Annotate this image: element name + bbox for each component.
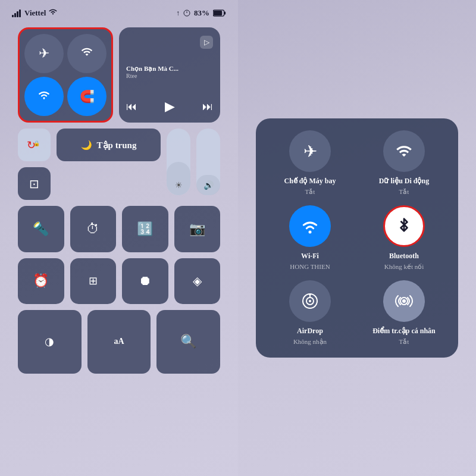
rotate-lock-icon: ↻🔒 [27,139,42,152]
airplane-icon: ✈ [39,46,49,61]
signal-bar-1 [12,15,14,17]
accessibility-button[interactable]: ◑ [18,310,82,374]
bluetooth-button[interactable]: 🧲 [67,77,107,116]
cellular-button[interactable] [67,34,107,73]
record-icon: ⏺ [139,273,152,289]
media-icon-row: ▷ [126,36,213,49]
expanded-airplane-icon: ✈ [289,130,331,172]
battery-percent: 83% [194,8,209,18]
icon-grid-row5: ◑ aA 🔍 [18,310,220,374]
icon-grid-row4: ⏰ ⊞ ⏺ ◈ [18,258,220,305]
expanded-connectivity-panel: ✈ Chế độ Máy bay Tắt Dữ liệu Di động Tắt [256,118,458,358]
calculator-button[interactable]: 🔢 [122,206,168,252]
expanded-cellular-sublabel: Tắt [399,188,409,196]
battery-icon [213,10,226,17]
left-icons-col: ↻🔒 ⊡ [18,129,51,200]
signal-bar-3 [17,11,18,17]
expanded-cellular-label: Dữ liệu Di động [379,177,429,186]
camera-icon: 📷 [189,221,205,237]
calculator-icon: 🔢 [137,221,153,237]
volume-icon: 🔊 [203,180,214,190]
alarm-button[interactable]: ⏰ [18,258,64,305]
timer-icon: ⏱ [86,221,99,237]
expanded-airdrop-button[interactable]: AirDrop Không nhận [268,280,352,346]
media-block[interactable]: ▷ Chọn Bạn Mà C... Rtee ⏮ ▶ ⏭ [119,27,220,123]
expanded-bluetooth-label: Bluetooth [389,252,419,261]
volume-slider[interactable]: 🔊 [196,129,220,195]
status-bar: Viettel ↑ 83% [0,0,238,21]
expanded-hotspot-button[interactable]: Điểm tr.cập cá nhân Tắt [362,280,446,346]
play-button[interactable]: ▶ [165,99,175,114]
brightness-slider[interactable]: ☀ [167,129,190,195]
flashlight-button[interactable]: 🔦 [18,206,64,252]
connectivity-block[interactable]: ✈ [18,27,113,123]
camera-button[interactable]: 📷 [174,206,221,252]
status-left: Viettel [12,8,58,18]
expanded-bluetooth-sublabel: Không kết nối [384,263,424,271]
expanded-bluetooth-button[interactable]: Bluetooth Không kết nối [362,205,446,271]
wifi-icon [37,89,51,104]
expanded-airplane-label: Chế độ Máy bay [284,177,336,186]
media-info: Chọn Bạn Mà C... Rtee [126,65,213,79]
signal-bars [12,10,21,17]
svg-rect-3 [214,11,222,15]
screen-mirror-button[interactable]: ⊡ [18,167,51,200]
qr-icon: ⊞ [89,274,98,287]
expanded-wifi-icon [289,205,331,247]
airplay-button[interactable]: ▷ [200,36,213,49]
carrier-label: Viettel [24,8,46,18]
search-button[interactable]: 🔍 [156,310,220,374]
icon-grid-row3: 🔦 ⏱ 🔢 📷 [18,206,220,252]
right-panel: ✈ Chế độ Máy bay Tắt Dữ liệu Di động Tắt [238,0,476,476]
expanded-airplane-sublabel: Tắt [305,188,315,196]
alarm-icon: ⏰ [33,273,49,289]
prev-button[interactable]: ⏮ [126,101,137,113]
expanded-hotspot-label: Điểm tr.cập cá nhân [372,327,436,336]
expanded-cellular-icon [383,130,425,172]
airplane-icon-symbol: ✈ [303,142,317,161]
next-button[interactable]: ⏭ [202,101,213,113]
second-row: ↻🔒 ⊡ 🌙 Tập trung ☀ [18,129,220,200]
signal-bar-4 [19,10,21,17]
text-size-icon: aA [114,337,124,346]
expanded-airplane-button[interactable]: ✈ Chế độ Máy bay Tắt [268,130,352,196]
shazam-icon: ◈ [193,274,202,288]
slider-col: ☀ [167,129,190,200]
svg-point-5 [309,231,312,234]
media-controls[interactable]: ⏮ ▶ ⏭ [126,99,213,114]
svg-point-11 [402,299,406,303]
status-right: ↑ 83% [176,8,226,18]
compass-icon [183,10,190,17]
signal-bar-2 [14,13,16,17]
expanded-airdrop-icon [289,280,331,322]
expanded-airdrop-label: AirDrop [297,327,323,336]
volume-slider-col: 🔊 [196,129,220,200]
expanded-cellular-button[interactable]: Dữ liệu Di động Tắt [362,130,446,196]
airplane-button[interactable]: ✈ [24,34,64,73]
focus-label: Tập trung [97,140,137,151]
svg-point-8 [309,300,311,302]
rotate-lock-button[interactable]: ↻🔒 [18,129,51,161]
svg-rect-4 [224,11,226,14]
text-size-button[interactable]: aA [87,310,151,374]
media-song: Chọn Bạn Mà C... [126,65,213,73]
timer-button[interactable]: ⏱ [70,206,117,252]
top-row: ✈ [18,27,220,123]
wifi-button[interactable] [24,77,64,116]
expanded-bluetooth-icon [383,205,425,247]
left-panel: Viettel ↑ 83% [0,0,238,476]
media-artist: Rtee [126,73,213,79]
location-icon: ↑ [176,9,180,18]
record-button[interactable]: ⏺ [122,258,168,305]
expanded-hotspot-icon [383,280,425,322]
search-icon: 🔍 [180,334,196,349]
svg-marker-1 [186,11,187,13]
qr-button[interactable]: ⊞ [70,258,117,305]
screen-mirror-icon: ⊡ [29,177,39,191]
bluetooth-icon: 🧲 [80,89,95,104]
shazam-button[interactable]: ◈ [174,258,221,305]
expanded-wifi-button[interactable]: Wi-Fi HONG THIEN [268,205,352,271]
expanded-wifi-sublabel: HONG THIEN [290,263,330,270]
expanded-wifi-label: Wi-Fi [301,252,319,261]
focus-button[interactable]: 🌙 Tập trung [57,129,161,161]
